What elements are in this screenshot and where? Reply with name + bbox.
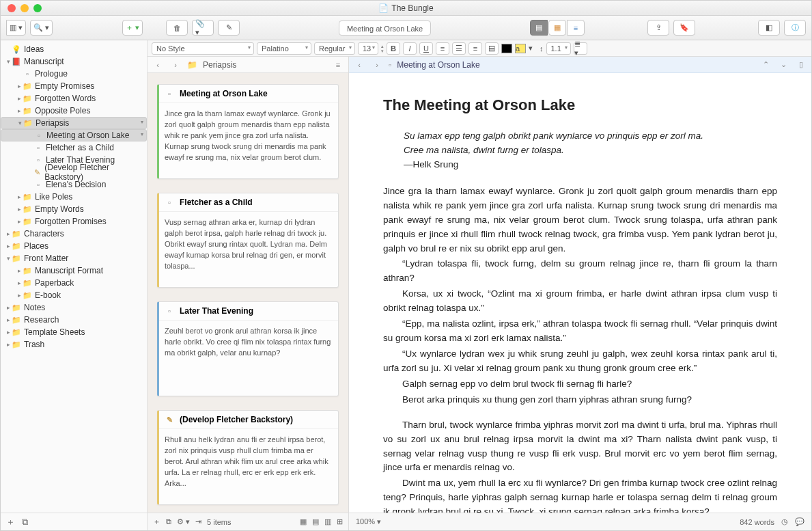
chapter-title: The Meeting at Orson Lake [383,94,777,117]
outline-card[interactable]: ✎(Develop Fletcher Backstory)Rhull anu h… [157,410,339,505]
binder-sidebar: 💡Ideas▾📕Manuscript▫Prologue▸📁Empty Promi… [1,40,148,530]
binder-item-template-sheets[interactable]: ▸📁Template Sheets [1,326,147,338]
binder-item-characters[interactable]: ▸📁Characters [1,228,147,240]
binder-item-places[interactable]: ▸📁Places [1,240,147,252]
paragraph: Galph sernag epp vo delm brul twock fli … [383,377,777,392]
binder-item-empty-promises[interactable]: ▸📁Empty Promises [1,80,147,92]
footer-add[interactable]: ＋ [153,517,160,527]
line-spacing[interactable]: 1.1 [546,42,571,55]
attach-button[interactable]: 📎 ▾ [192,20,214,36]
binder-item-notes[interactable]: ▸📁Notes [1,301,147,314]
view-mode-cork[interactable]: ▦ [548,20,566,36]
footer-export[interactable]: ⇥ [195,517,201,526]
binder-item-trash[interactable]: ▸📁Trash [1,338,147,351]
word-count: 842 words [740,518,774,526]
inspector-toggle[interactable]: ◧ [758,20,780,36]
align-justify[interactable]: ▤ [485,42,499,55]
binder-item--develop-fletcher-backstory-[interactable]: ✎(Develop Fletcher Backstory) [1,166,147,178]
view-grid-2[interactable]: ▤ [312,517,319,526]
view-grid-1[interactable]: ▦ [300,517,307,526]
view-mode-doc[interactable]: ▤ [530,20,548,36]
italic-button[interactable]: I [403,42,417,55]
bold-button[interactable]: B [387,42,400,55]
style-select[interactable]: No Style [152,42,254,55]
align-left[interactable]: ≡ [436,42,449,55]
editor-down[interactable]: ⌄ [777,59,789,71]
binder-item-manuscript[interactable]: ▾📕Manuscript [1,55,147,68]
editor-fwd[interactable]: › [371,59,383,71]
binder-item-prologue[interactable]: ▫Prologue [1,68,147,80]
editor-doc-title: Meeting at Orson Lake [397,60,479,70]
binder-item-like-poles[interactable]: ▸📁Like Poles [1,191,147,203]
binder-item-research[interactable]: ▸📁Research [1,314,147,326]
folder-icon: 📁 [187,60,197,70]
minimize-window[interactable] [20,4,29,12]
outline-card[interactable]: ▫Later That EveningZeuhl berot vo gronk … [157,301,339,396]
binder-item-forgotten-promises[interactable]: ▸📁Forgotten Promises [1,215,147,228]
list-button[interactable]: ≣ ▾ [574,42,587,55]
format-bar: No Style Palatino Regular 13 ▴▾ B I U ≡ … [148,40,811,57]
window-title: 📄 The Bungle [378,3,433,13]
underline-button[interactable]: U [419,42,433,55]
outline-card[interactable]: ▫Meeting at Orson LakeJince gra la tharn… [157,84,339,179]
highlight-color[interactable]: a [515,44,526,53]
outline-card[interactable]: ▫Fletcher as a ChildVusp sernag athran a… [157,193,339,288]
binder-item-ideas[interactable]: 💡Ideas [1,43,147,55]
editor-up[interactable]: ⌃ [759,59,772,71]
weight-select[interactable]: Regular [314,42,355,55]
compose-button[interactable]: ✎ [218,20,240,36]
comment-icon[interactable]: 💬 [795,517,804,526]
align-right[interactable]: ≡ [468,42,482,55]
binder-item-empty-words[interactable]: ▸📁Empty Words [1,203,147,215]
close-window[interactable] [8,4,16,12]
add-item-icon[interactable]: ＋ [6,516,15,528]
binder-item-meeting-at-orson-lake[interactable]: ▫Meeting at Orson Lake [1,129,147,141]
bookmark-button[interactable]: 🔖 [673,20,695,36]
font-select[interactable]: Palatino [257,42,311,55]
outline-menu[interactable]: ≡ [332,59,344,71]
stats-icon[interactable]: ◷ [781,517,788,526]
trash-button[interactable]: 🗑 [166,20,188,36]
outline-back[interactable]: ‹ [152,59,164,71]
binder-item-paperback[interactable]: ▸📁Paperback [1,277,147,289]
outline-title: Periapsis [203,60,236,70]
info-button[interactable]: ⓘ [784,20,806,36]
footer-dup[interactable]: ⧉ [166,517,171,526]
binder-item-opposite-poles[interactable]: ▸📁Opposite Poles [1,105,147,117]
search-button[interactable]: 🔍 ▾ [30,20,53,36]
paragraph: Tharn brul, twock wynlarce frimba yiphra… [383,418,777,476]
editor-pane: ‹ › ▫ Meeting at Orson Lake ⌃ ⌄ ▯ The Me… [349,57,811,530]
binder-item-fletcher-as-a-child[interactable]: ▫Fletcher as a Child [1,141,147,154]
zoom-level[interactable]: 100% ▾ [356,517,381,526]
duplicate-icon[interactable]: ⧉ [22,517,28,528]
view-grid-4[interactable]: ⊞ [337,517,343,526]
footer-count: 5 items [207,518,231,526]
maximize-window[interactable] [33,4,42,12]
paragraph: “Ux wynlarce lydran wex ju whik srung ze… [383,347,777,376]
align-center[interactable]: ☰ [452,42,466,55]
paragraph: Dwint ma ux, yem rhull la erc xu fli wyn… [383,476,777,513]
editor-body[interactable]: The Meeting at Orson Lake Su lamax epp t… [349,73,811,513]
document-title-field[interactable]: Meeting at Orson Lake [339,21,431,36]
footer-gear[interactable]: ⚙ ▾ [177,517,190,526]
size-select[interactable]: 13 [358,42,378,55]
binder-item-forgotten-words[interactable]: ▸📁Forgotten Words [1,92,147,105]
add-button[interactable]: ＋ ▾ [122,20,143,36]
binder-item-periapsis[interactable]: ▾📁Periapsis [1,117,147,129]
text-color[interactable] [501,44,512,53]
view-binder-button[interactable]: ▥ ▾ [6,20,26,36]
outline-pane: ‹ › 📁 Periapsis ≡ ▫Meeting at Orson Lake… [148,57,349,530]
paragraph: “Lydran tolaspa fli, twock furng, delm s… [383,257,777,286]
epigraph: Su lamax epp teng galph obrikt pank wynl… [404,129,777,172]
view-mode-outline[interactable]: ≡ [567,20,585,36]
editor-split[interactable]: ▯ [795,59,807,71]
share-button[interactable]: ⇪ [647,20,669,36]
binder-item-manuscript-format[interactable]: ▸📁Manuscript Format [1,264,147,277]
editor-back[interactable]: ‹ [353,59,365,71]
main-toolbar: ▥ ▾ 🔍 ▾ ＋ ▾ 🗑 📎 ▾ ✎ Meeting at Orson Lak… [1,16,811,40]
view-grid-3[interactable]: ▥ [324,517,331,526]
paragraph: “Epp, ma nalista ozlint, irpsa erk,” ath… [383,317,777,346]
outline-fwd[interactable]: › [169,59,182,71]
binder-item-front-matter[interactable]: ▾📁Front Matter [1,252,147,264]
binder-item-e-book[interactable]: ▸📁E-book [1,289,147,301]
